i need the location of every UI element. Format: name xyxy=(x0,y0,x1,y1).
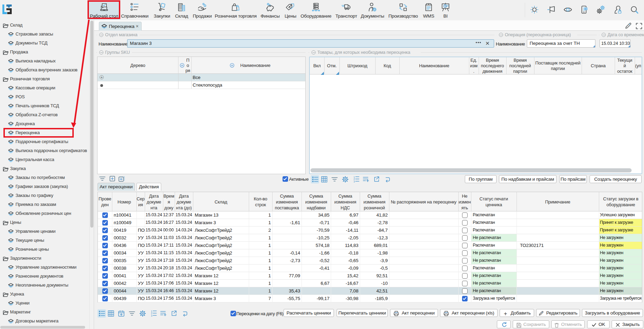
svg-text:3: 3 xyxy=(354,180,355,183)
svg-text:3: 3 xyxy=(151,315,152,317)
